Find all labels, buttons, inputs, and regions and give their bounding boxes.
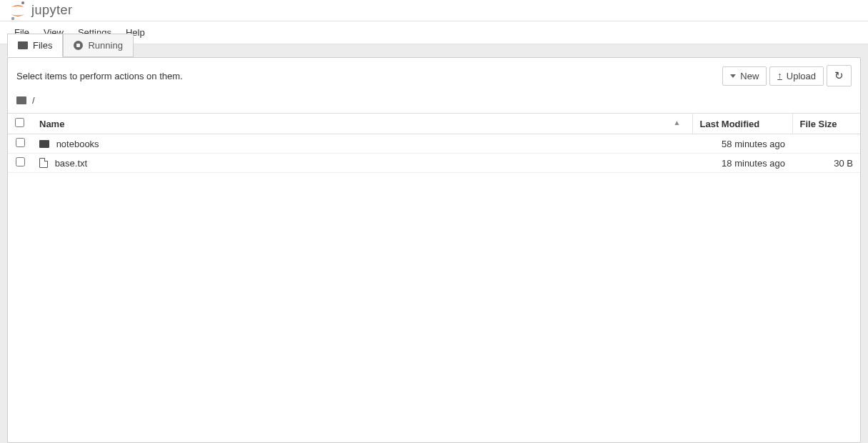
column-modified[interactable]: Last Modified <box>692 114 792 134</box>
row-checkbox[interactable] <box>16 157 25 166</box>
svg-point-0 <box>21 1 24 4</box>
refresh-icon: ↻ <box>834 69 844 82</box>
file-size <box>792 134 860 154</box>
row-checkbox[interactable] <box>16 138 25 147</box>
file-modified: 18 minutes ago <box>692 154 792 173</box>
top-header: jupyter <box>0 0 868 21</box>
jupyter-logo-icon <box>10 1 26 20</box>
folder-icon <box>16 96 26 104</box>
breadcrumb-root[interactable]: / <box>32 95 35 106</box>
table-row[interactable]: notebooks 58 minutes ago <box>8 134 860 154</box>
select-all-checkbox[interactable] <box>15 118 24 127</box>
file-icon <box>39 158 48 168</box>
folder-icon <box>39 140 49 148</box>
column-size-label: File Size <box>800 119 837 129</box>
new-button-label: New <box>740 71 759 81</box>
jupyter-logo[interactable]: jupyter <box>10 1 73 20</box>
tab-files[interactable]: Files <box>7 34 63 57</box>
upload-button[interactable]: ↑ Upload <box>769 66 824 86</box>
tab-running-label: Running <box>88 40 122 51</box>
upload-icon: ↑ <box>777 72 782 80</box>
refresh-button[interactable]: ↻ <box>827 65 852 86</box>
tab-running[interactable]: Running <box>63 34 133 57</box>
file-name[interactable]: notebooks <box>56 139 99 149</box>
svg-point-1 <box>11 16 14 19</box>
column-name-label: Name <box>39 119 64 129</box>
breadcrumb[interactable]: / <box>8 95 860 113</box>
file-table: Name ▲ Last Modified File Size notebooks… <box>8 113 860 173</box>
jupyter-logo-text: jupyter <box>31 3 73 18</box>
column-modified-label: Last Modified <box>700 119 760 129</box>
table-header-row: Name ▲ Last Modified File Size <box>8 114 860 134</box>
file-size: 30 B <box>792 154 860 173</box>
chevron-down-icon <box>730 74 736 78</box>
table-row[interactable]: base.txt 18 minutes ago 30 B <box>8 154 860 173</box>
tab-files-label: Files <box>33 40 52 51</box>
running-icon <box>74 41 83 50</box>
column-size[interactable]: File Size <box>792 114 860 134</box>
select-all-header[interactable] <box>8 114 32 134</box>
main-panel: Files Running Select items to perform ac… <box>7 57 861 443</box>
folder-icon <box>18 41 28 49</box>
upload-button-label: Upload <box>787 71 816 81</box>
new-button[interactable]: New <box>722 66 767 86</box>
content-background: Files Running Select items to perform ac… <box>0 44 868 443</box>
file-modified: 58 minutes ago <box>692 134 792 154</box>
toolbar: Select items to perform actions on them.… <box>8 56 860 95</box>
sort-asc-icon: ▲ <box>674 119 681 126</box>
file-name[interactable]: base.txt <box>55 158 88 169</box>
column-name[interactable]: Name ▲ <box>32 114 692 134</box>
selection-hint: Select items to perform actions on them. <box>16 71 183 81</box>
